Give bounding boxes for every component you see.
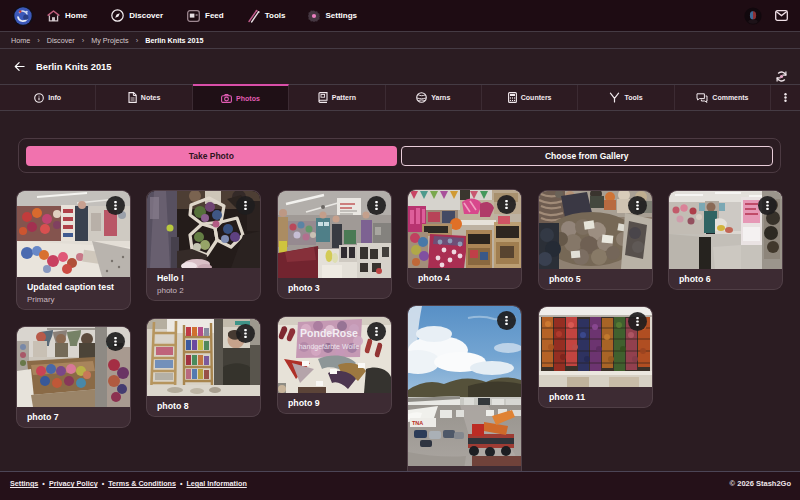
svg-text:PondeRose: PondeRose: [300, 327, 358, 339]
svg-text:handgefärbte Wolle: handgefärbte Wolle: [299, 343, 360, 351]
svg-text:TNA: TNA: [412, 420, 423, 426]
